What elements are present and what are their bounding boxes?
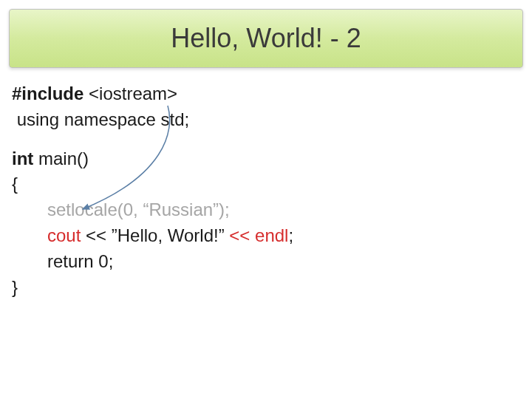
code-line-3: int main() [12, 146, 523, 172]
code-line-5: setlocale(0, “Russian”); [12, 197, 523, 223]
slide-title-bar: Hello, World! - 2 [9, 9, 523, 68]
cout-token: cout [47, 225, 86, 245]
code-line-1: #include <iostream> [12, 81, 523, 107]
semicolon: ; [288, 225, 293, 245]
code-line-6: cout << ”Hello, World!” << endl; [12, 223, 523, 249]
code-line-4: { [12, 171, 523, 197]
spacer [12, 133, 523, 146]
code-line-8: } [12, 275, 523, 301]
code-line-7: return 0; [12, 249, 523, 275]
main-decl: main() [33, 149, 89, 168]
slide-title: Hello, World! - 2 [10, 23, 522, 54]
string-literal: ”Hello, World!” [112, 225, 230, 245]
include-keyword: #include [12, 83, 83, 103]
code-block: #include <iostream> using namespace std;… [9, 81, 523, 300]
include-header: <iostream> [83, 83, 177, 103]
endl-token: << endl [229, 225, 288, 245]
int-keyword: int [12, 149, 33, 168]
op-token-1: << [86, 225, 112, 245]
code-line-2: using namespace std; [12, 107, 523, 133]
